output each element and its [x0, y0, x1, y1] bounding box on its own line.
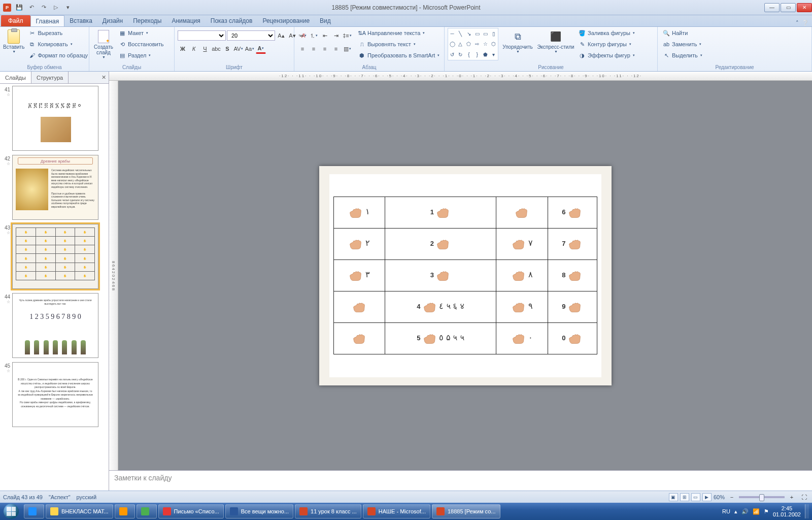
- sorter-view-button[interactable]: ⊞: [680, 493, 689, 501]
- font-size-select[interactable]: 20: [227, 30, 275, 41]
- tab-view[interactable]: Вид: [315, 15, 336, 26]
- minimize-ribbon-icon[interactable]: ˄: [796, 20, 799, 26]
- tab-outline[interactable]: Структура: [31, 72, 69, 83]
- restore-button[interactable]: ▭: [781, 3, 796, 12]
- cut-button[interactable]: ✂Вырезать: [26, 28, 90, 38]
- reading-view-button[interactable]: ▭: [691, 493, 700, 501]
- show-desktop-button[interactable]: [805, 504, 809, 518]
- select-button[interactable]: ↖Выделить▾: [661, 50, 704, 60]
- font-family-select[interactable]: [178, 30, 226, 41]
- file-tab[interactable]: Файл: [1, 15, 30, 26]
- shape-effects-button[interactable]: ◑Эффекты фигур▾: [577, 50, 637, 60]
- slideshow-button[interactable]: ▷: [51, 3, 61, 13]
- thumbnails-list[interactable]: 41☆፩፪፫፬፭፮፯፰፱०42☆Древние арабыСистема инд…: [0, 84, 109, 491]
- taskbar-item[interactable]: Письмо «Списо...: [158, 504, 224, 518]
- network-icon[interactable]: 📶: [753, 508, 760, 515]
- change-case-button[interactable]: Aa▾: [245, 44, 255, 54]
- slide-thumbnail[interactable]: ፩፪፫፬፭፮፯፰፱०: [12, 86, 98, 151]
- shapes-gallery[interactable]: ─╲↘▭▭▯ ◯△⬠⇨☆⬡ ↺↻{}⬟▾: [448, 28, 498, 60]
- underline-button[interactable]: Ч: [200, 44, 210, 54]
- align-center-button[interactable]: ≡: [309, 44, 319, 54]
- layout-button[interactable]: ▦Макет▾: [117, 28, 165, 38]
- close-button[interactable]: ✕: [797, 3, 812, 12]
- taskbar-item[interactable]: ВНЕКЛАСС МАТ...: [46, 504, 113, 518]
- numbering-button[interactable]: ⒈▾: [309, 30, 319, 41]
- bold-button[interactable]: Ж: [178, 44, 188, 54]
- tab-animations[interactable]: Анимация: [166, 15, 205, 26]
- taskbar-item[interactable]: 18885 [Режим со...: [432, 504, 500, 518]
- fit-button[interactable]: ⛶: [799, 492, 809, 502]
- dec-indent-button[interactable]: ⇤: [320, 30, 330, 41]
- current-slide[interactable]: ١1 6 ٢2 ٧7 ٣3 ٨8 4 ٤ ५ ६ ४ ٩9 5 ٥ ۵ ५ ५ …: [319, 166, 612, 385]
- shadow-button[interactable]: S: [222, 44, 232, 54]
- help-icon[interactable]: ❔: [802, 20, 809, 26]
- tab-design[interactable]: Дизайн: [97, 15, 128, 26]
- new-slide-button[interactable]: Создать слайд ▼: [92, 28, 115, 62]
- tab-insert[interactable]: Вставка: [64, 15, 97, 26]
- taskbar-item[interactable]: НАШЕ - Microsof...: [363, 504, 430, 518]
- slide-canvas[interactable]: ١1 6 ٢2 ٧7 ٣3 ٨8 4 ٤ ५ ६ ४ ٩9 5 ٥ ۵ ५ ५ …: [118, 81, 812, 470]
- text-direction-button[interactable]: ⇅AНаправление текста▾: [356, 28, 442, 38]
- replace-button[interactable]: abЗаменить▾: [661, 39, 704, 49]
- columns-button[interactable]: ▥▾: [342, 44, 352, 54]
- line-spacing-button[interactable]: ‡≡▾: [342, 30, 352, 41]
- quick-styles-button[interactable]: ⬛ Экспресс-стили▼: [537, 28, 574, 62]
- tray-up-icon[interactable]: ▴: [734, 508, 737, 515]
- tab-slideshow[interactable]: Показ слайдов: [206, 15, 258, 26]
- start-button[interactable]: [0, 503, 22, 520]
- tab-transitions[interactable]: Переходы: [128, 15, 166, 26]
- paste-label: Вставить: [3, 44, 24, 50]
- align-right-button[interactable]: ≡: [320, 44, 330, 54]
- notes-pane[interactable]: Заметки к слайду: [109, 470, 812, 491]
- smartart-button[interactable]: ⬢Преобразовать в SmartArt▾: [356, 50, 442, 60]
- slide-thumbnail[interactable]: Древние арабыСистема индийских числитель…: [12, 155, 98, 220]
- clock[interactable]: 2:45 01.01.2002: [773, 505, 801, 517]
- taskbar-item[interactable]: 11 урок 8 класс ...: [295, 504, 361, 518]
- zoom-in-button[interactable]: +: [787, 492, 797, 502]
- align-left-button[interactable]: ≡: [297, 44, 308, 54]
- justify-button[interactable]: ≡: [331, 44, 341, 54]
- reset-button[interactable]: ⟲Восстановить: [117, 39, 165, 49]
- format-painter-button[interactable]: 🖌Формат по образцу: [26, 50, 90, 60]
- taskbar-item[interactable]: Все вещи можно...: [225, 504, 293, 518]
- flag-icon[interactable]: ⚑: [764, 508, 769, 515]
- slide-thumbnail[interactable]: В 200 г. Один из Севильи перевёл на латы…: [12, 362, 98, 427]
- save-button[interactable]: 💾: [14, 3, 24, 13]
- redo-button[interactable]: ↷: [39, 3, 49, 13]
- close-panel-button[interactable]: ✕: [98, 72, 109, 83]
- char-spacing-button[interactable]: AV▾: [233, 44, 244, 54]
- grow-font-button[interactable]: A▴: [276, 30, 286, 41]
- minimize-button[interactable]: —: [764, 3, 780, 12]
- qat-dropdown[interactable]: ▾: [63, 3, 73, 13]
- zoom-slider[interactable]: [739, 496, 785, 498]
- undo-button[interactable]: ↶: [26, 3, 37, 13]
- tab-home[interactable]: Главная: [30, 15, 65, 26]
- bullets-button[interactable]: ≔▾: [297, 30, 308, 41]
- find-button[interactable]: 🔍Найти: [661, 28, 704, 38]
- align-text-button[interactable]: ⎍Выровнять текст▾: [356, 39, 442, 49]
- slideshow-view-button[interactable]: ▶: [702, 493, 712, 501]
- arrange-button[interactable]: ⧉ Упорядочить▼: [500, 28, 535, 62]
- slide-thumbnail[interactable]: ✋✋✋✋✋✋✋✋✋✋✋✋✋✋✋✋✋✋✋✋✋✋✋✋: [12, 224, 98, 289]
- strike-button[interactable]: abc: [211, 44, 221, 54]
- normal-view-button[interactable]: ▣: [669, 493, 678, 501]
- section-button[interactable]: ▤Раздел▾: [117, 50, 165, 60]
- font-color-button[interactable]: A▾: [256, 44, 266, 54]
- italic-button[interactable]: К: [189, 44, 199, 54]
- language-indicator[interactable]: русский: [77, 494, 96, 500]
- language-indicator-tray[interactable]: RU: [722, 508, 730, 514]
- taskbar-item[interactable]: [115, 504, 135, 518]
- shape-fill-button[interactable]: 🪣Заливка фигуры▾: [577, 28, 637, 38]
- slide-thumbnail[interactable]: Чуть позже древние арабы упростили напис…: [12, 293, 98, 358]
- tab-review[interactable]: Рецензирование: [257, 15, 315, 26]
- volume-icon[interactable]: 🔊: [741, 508, 749, 515]
- inc-indent-button[interactable]: ⇥: [331, 30, 341, 41]
- copy-button[interactable]: ⧉Копировать▾: [26, 39, 90, 49]
- tab-slides[interactable]: Слайды: [0, 72, 31, 83]
- zoom-out-button[interactable]: −: [727, 492, 737, 502]
- shape-outline-button[interactable]: ✎Контур фигуры▾: [577, 39, 637, 49]
- taskbar-item[interactable]: [24, 504, 44, 518]
- paste-button[interactable]: Вставить ▼: [3, 28, 24, 62]
- taskbar-item[interactable]: [137, 504, 157, 518]
- app-menu[interactable]: P: [2, 3, 12, 13]
